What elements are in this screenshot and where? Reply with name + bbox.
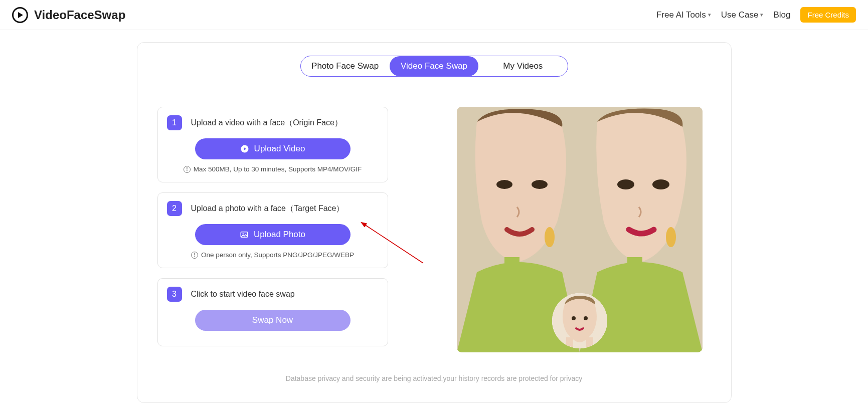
- tab-my-videos[interactable]: My Videos: [478, 56, 567, 76]
- brand[interactable]: VideoFaceSwap: [12, 7, 125, 23]
- preview-image: [457, 107, 703, 352]
- content-columns: 1 Upload a video with a face（Origin Face…: [157, 107, 711, 356]
- preview-column: [448, 107, 711, 352]
- meta-text: One person only, Supports PNG/JPG/JPEG/W…: [201, 251, 354, 259]
- tab-video-face-swap[interactable]: Video Face Swap: [390, 56, 478, 76]
- tab-photo-face-swap[interactable]: Photo Face Swap: [301, 56, 390, 76]
- nav-label: Use Case: [721, 10, 759, 20]
- nav-free-ai-tools[interactable]: Free AI Tools ▾: [656, 10, 711, 20]
- svg-point-13: [572, 316, 576, 320]
- upload-video-button[interactable]: Upload Video: [195, 138, 351, 159]
- nav-blog[interactable]: Blog: [773, 10, 790, 20]
- header: VideoFaceSwap Free AI Tools ▾ Use Case ▾…: [0, 0, 868, 30]
- step-3-card: 3 Click to start video face swap Swap No…: [157, 278, 388, 346]
- step-head: 3 Click to start video face swap: [167, 287, 379, 302]
- nav-label: Free AI Tools: [656, 10, 706, 20]
- button-label: Free Credits: [807, 11, 849, 19]
- privacy-notice: Database privacy and security are being …: [157, 374, 711, 382]
- button-label: Upload Video: [254, 144, 305, 154]
- nav-label: Blog: [773, 10, 790, 20]
- swap-now-button[interactable]: Swap Now: [195, 310, 351, 331]
- main-panel: Photo Face Swap Video Face Swap My Video…: [137, 42, 732, 403]
- svg-rect-12: [552, 293, 607, 348]
- svg-point-10: [652, 179, 669, 189]
- step-title: Click to start video face swap: [191, 290, 295, 299]
- step-number: 1: [167, 115, 182, 130]
- step-number: 3: [167, 287, 182, 302]
- meta-text: Max 500MB, Up to 30 minutes, Supports MP…: [194, 165, 362, 173]
- info-icon: !: [191, 252, 198, 259]
- step-meta: ! Max 500MB, Up to 30 minutes, Supports …: [167, 165, 379, 173]
- upload-photo-button[interactable]: Upload Photo: [195, 224, 351, 245]
- svg-point-11: [666, 227, 676, 247]
- step-2-card: 2 Upload a photo with a face（Target Face…: [157, 192, 388, 268]
- svg-point-14: [584, 316, 588, 320]
- step-head: 2 Upload a photo with a face（Target Face…: [167, 201, 379, 216]
- nav-use-case[interactable]: Use Case ▾: [721, 10, 764, 20]
- target-face-inset: [552, 293, 607, 348]
- svg-point-7: [545, 227, 555, 247]
- svg-point-6: [532, 180, 548, 189]
- svg-point-5: [496, 180, 512, 189]
- step-meta: ! One person only, Supports PNG/JPG/JPEG…: [167, 251, 379, 259]
- step-head: 1 Upload a video with a face（Origin Face…: [167, 115, 379, 130]
- nav: Free AI Tools ▾ Use Case ▾ Blog Free Cre…: [656, 7, 856, 23]
- chevron-down-icon: ▾: [760, 12, 763, 18]
- step-title: Upload a photo with a face（Target Face）: [191, 203, 344, 214]
- step-number: 2: [167, 201, 182, 216]
- avatar-icon: [552, 293, 607, 348]
- play-circle-icon: [240, 144, 249, 153]
- mode-tabs: Photo Face Swap Video Face Swap My Video…: [300, 56, 568, 77]
- svg-point-9: [617, 179, 634, 189]
- button-label: Upload Photo: [254, 230, 305, 240]
- free-credits-button[interactable]: Free Credits: [800, 7, 856, 23]
- info-icon: !: [184, 166, 191, 173]
- svg-point-3: [243, 233, 244, 234]
- brand-name: VideoFaceSwap: [34, 8, 125, 22]
- steps-column: 1 Upload a video with a face（Origin Face…: [157, 107, 388, 356]
- image-icon: [240, 230, 249, 239]
- chevron-down-icon: ▾: [708, 12, 711, 18]
- step-1-card: 1 Upload a video with a face（Origin Face…: [157, 107, 388, 182]
- button-label: Swap Now: [252, 315, 293, 325]
- step-title: Upload a video with a face（Origin Face）: [191, 118, 342, 128]
- logo-icon: [12, 7, 28, 23]
